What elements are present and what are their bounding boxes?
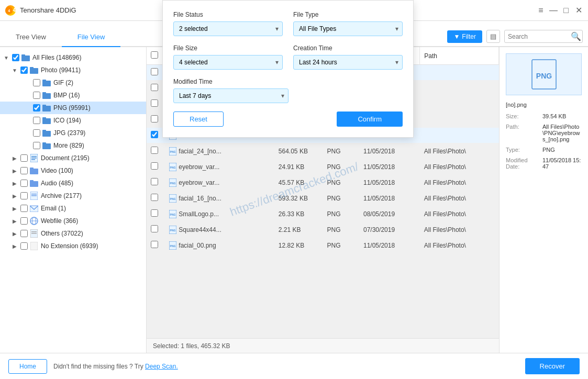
svg-text:4: 4 (8, 8, 10, 13)
video-checkbox[interactable] (20, 167, 28, 174)
row-date: 11/05/2018 (359, 143, 420, 159)
close-button[interactable]: ✕ (574, 6, 583, 15)
minimize-button[interactable]: — (549, 6, 558, 15)
sidebar-item-archive[interactable]: ▶ Archive (2177) (0, 190, 146, 202)
maximize-button[interactable]: □ (562, 6, 570, 15)
modified-time-select[interactable]: Last 7 days (173, 88, 289, 103)
png-checkbox[interactable] (33, 104, 40, 112)
modified-value: 11/05/2018 15:47 (542, 157, 582, 170)
row-path: All Files\Photo\ (420, 206, 499, 222)
row-checkbox-3[interactable] (151, 115, 158, 122)
right-panel-modified-row: Modified Date: 11/05/2018 15:47 (506, 157, 582, 170)
jpg-checkbox[interactable] (33, 129, 40, 137)
row-checkbox-6[interactable] (151, 162, 158, 170)
audio-checkbox[interactable] (20, 180, 28, 187)
all-files-label: All Files (148696) (32, 54, 81, 61)
row-checkbox-8[interactable] (151, 194, 158, 201)
tabbar-right: ▼ Filter ▤ 🔍 (442, 30, 588, 46)
filter-file-status: File Status 2 selected (173, 11, 283, 36)
table-row[interactable]: PNG facial_16_[no... 593.32 KB PNG 11/05… (147, 191, 499, 206)
sidebar-item-ico[interactable]: ▶ ICO (194) (0, 114, 146, 127)
gif-checkbox[interactable] (33, 79, 40, 86)
row-checkbox-2[interactable] (151, 99, 158, 107)
archive-checkbox[interactable] (20, 192, 28, 199)
ico-checkbox[interactable] (33, 117, 40, 124)
sidebar-item-others[interactable]: ▶ Others (37022) (0, 227, 146, 240)
table-row[interactable]: PNG eyebrow_var... 24.91 KB PNG 11/05/20… (147, 159, 499, 175)
photo-checkbox[interactable] (20, 66, 28, 74)
deep-scan-link[interactable]: Deep Scan. (145, 363, 178, 370)
row-checkbox-7[interactable] (151, 178, 158, 185)
row-size: 24.91 KB (274, 159, 323, 175)
sidebar-item-email[interactable]: ▶ Email (1) (0, 202, 146, 215)
sidebar-item-video[interactable]: ▶ Video (100) (0, 164, 146, 177)
filter-row-1: File Status 2 selected File Type All Fil… (173, 11, 403, 36)
table-row[interactable]: PNG facial_00.png 12.82 KB PNG 11/05/201… (147, 238, 499, 253)
creation-time-select-wrapper: Last 24 hours (293, 55, 403, 70)
file-type-select[interactable]: All File Types (293, 21, 403, 36)
no-ext-arrow: ▶ (10, 243, 19, 249)
email-checkbox[interactable] (20, 205, 28, 212)
row-size: 12.82 KB (274, 238, 323, 253)
recover-button[interactable]: Recover (525, 358, 580, 374)
file-status-select[interactable]: 2 selected (173, 21, 283, 36)
reset-button[interactable]: Reset (173, 112, 224, 127)
tab-tree-view[interactable]: Tree View (0, 28, 62, 47)
others-icon (29, 229, 39, 238)
modified-time-label: Modified Time (173, 78, 403, 85)
filter-actions: Reset Confirm (173, 112, 403, 127)
sidebar: ▼ All Files (148696) ▼ Photo (99411) ▶ (0, 47, 147, 353)
creation-time-select[interactable]: Last 24 hours (293, 55, 403, 70)
ico-label: ICO (194) (53, 117, 81, 124)
table-row[interactable]: PNG Square44x44... 2.21 KB PNG 07/30/201… (147, 222, 499, 238)
header-path: Path (420, 47, 499, 65)
svg-rect-11 (42, 105, 46, 107)
search-input[interactable] (508, 33, 571, 40)
row-checkbox-1[interactable] (151, 84, 158, 91)
others-checkbox[interactable] (20, 230, 28, 237)
path-label: Path: (506, 124, 542, 142)
sidebar-item-webfile[interactable]: ▶ Webfile (366) (0, 215, 146, 227)
document-checkbox[interactable] (20, 154, 28, 162)
sidebar-item-all-files[interactable]: ▼ All Files (148696) (0, 51, 146, 64)
no-ext-checkbox[interactable] (20, 242, 28, 250)
sidebar-item-bmp[interactable]: ▶ BMP (16) (0, 89, 146, 102)
row-name: PNG Square44x44... (165, 222, 274, 238)
confirm-button[interactable]: Confirm (337, 112, 403, 127)
sidebar-item-no-extension[interactable]: ▶ No Extension (6939) (0, 240, 146, 252)
filter-file-type: File Type All File Types (293, 11, 403, 36)
webfile-checkbox[interactable] (20, 217, 28, 225)
row-checkbox-0[interactable] (151, 68, 158, 75)
row-checkbox-11[interactable] (151, 241, 158, 248)
sidebar-item-document[interactable]: ▶ Document (2195) (0, 152, 146, 164)
sidebar-item-gif[interactable]: ▶ GIF (2) (0, 76, 146, 89)
select-all-checkbox[interactable] (151, 51, 158, 59)
sidebar-item-jpg[interactable]: ▶ JPG (2379) (0, 127, 146, 139)
tab-file-view[interactable]: File View (62, 28, 121, 47)
file-size-label: File Size (173, 44, 283, 52)
row-checkbox-4[interactable] (151, 131, 158, 138)
file-size-select[interactable]: 4 selected (173, 55, 283, 70)
table-row[interactable]: PNG SmallLogo.p... 26.33 KB PNG 08/05/20… (147, 206, 499, 222)
sidebar-item-more[interactable]: ▶ More (829) (0, 139, 146, 152)
file-type-label: File Type (293, 11, 403, 18)
all-files-checkbox[interactable] (12, 54, 19, 61)
row-checkbox-5[interactable] (151, 147, 158, 154)
row-checkbox-10[interactable] (151, 225, 158, 232)
sidebar-item-png[interactable]: ▶ PNG (95991) (0, 102, 146, 114)
audio-label: Audio (485) (41, 180, 73, 187)
sidebar-item-photo[interactable]: ▼ Photo (99411) (0, 64, 146, 76)
sidebar-item-audio[interactable]: ▶ Audio (485) (0, 177, 146, 190)
bmp-checkbox[interactable] (33, 92, 40, 99)
table-row[interactable]: PNG eyebrow_var... 45.57 KB PNG 11/05/20… (147, 175, 499, 191)
menu-button[interactable]: ≡ (537, 6, 545, 15)
app-logo: 4 (5, 5, 16, 16)
document-icon (29, 153, 39, 163)
more-checkbox[interactable] (33, 142, 40, 149)
row-checkbox-9[interactable] (151, 209, 158, 217)
table-row[interactable]: PNG facial_24_[no... 564.05 KB PNG 11/05… (147, 143, 499, 159)
home-button[interactable]: Home (8, 359, 47, 374)
png-label: PNG (95991) (53, 104, 91, 112)
filter-button[interactable]: ▼ Filter (447, 30, 482, 43)
view-toggle-button[interactable]: ▤ (486, 30, 500, 43)
